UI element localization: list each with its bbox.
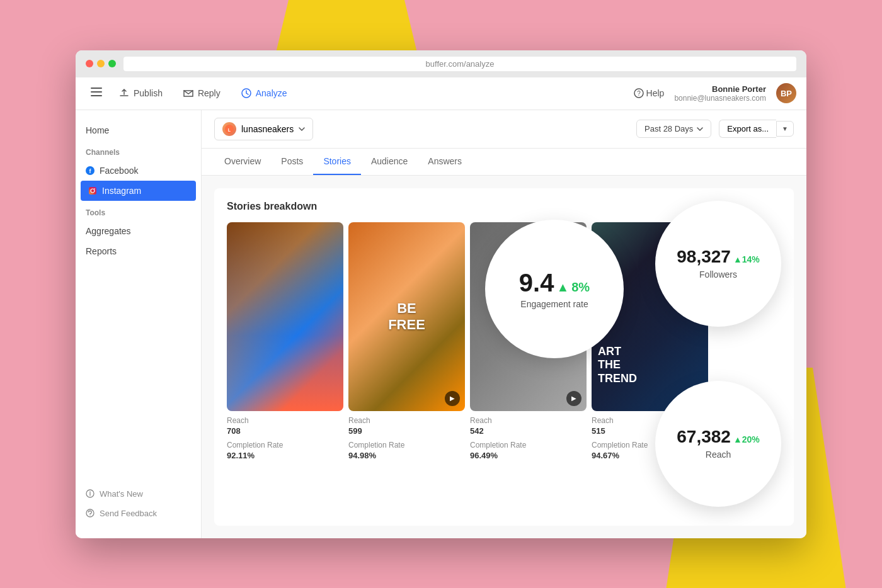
dropdown-chevron-icon: [299, 127, 305, 131]
followers-value: 98,327: [677, 247, 731, 267]
svg-rect-8: [89, 187, 96, 195]
reach-circle: 67,382 ▲20% Reach: [655, 381, 781, 507]
traffic-lights: [86, 60, 116, 67]
story-1-completion-label: Completion Rate: [227, 441, 343, 449]
analyze-nav-button[interactable]: Analyze: [232, 82, 296, 104]
sidebar-item-reports[interactable]: Reports: [76, 241, 201, 261]
date-range-label: Past 28 Days: [644, 124, 693, 133]
reply-nav-button[interactable]: Reply: [174, 82, 229, 104]
story-2-reach-value: 599: [348, 426, 465, 436]
url-bar[interactable]: buffer.com/analyze: [123, 57, 796, 71]
sidebar-bottom: What's New Send Feedback: [76, 479, 201, 528]
tools-section-label: Tools: [76, 201, 201, 221]
send-feedback-button[interactable]: Send Feedback: [76, 504, 201, 523]
aggregates-label: Aggregates: [86, 226, 131, 236]
user-info: Bonnie Porter bonnie@lunasneakers.com: [674, 84, 766, 103]
svg-point-12: [90, 515, 91, 516]
help-label: Help: [646, 88, 665, 98]
followers-circle: 98,327 ▲14% Followers: [655, 201, 781, 327]
reach-value: 67,382: [677, 427, 731, 447]
whats-new-icon: [86, 489, 94, 498]
export-dropdown-button[interactable]: ▼: [776, 121, 794, 137]
reply-label: Reply: [198, 88, 220, 98]
engagement-change: 8%: [571, 280, 590, 295]
tab-posts[interactable]: Posts: [271, 149, 313, 175]
be-free-text: BE FREE: [377, 300, 436, 333]
story-1-reach-label: Reach: [227, 416, 343, 425]
tab-answers[interactable]: Answers: [418, 149, 472, 175]
sidebar-item-instagram[interactable]: Instagram: [81, 181, 196, 201]
analyze-label: Analyze: [256, 88, 287, 98]
account-selector[interactable]: L lunasneakers: [214, 118, 313, 140]
user-name: Bonnie Porter: [674, 84, 766, 94]
home-label: Home: [86, 125, 109, 135]
instagram-label: Instagram: [102, 186, 141, 196]
date-dropdown-icon: [697, 127, 703, 131]
story-2-completion-value: 94.98%: [348, 451, 465, 460]
svg-rect-0: [91, 88, 102, 89]
sidebar: Home Channels f Facebook: [76, 110, 202, 538]
svg-text:?: ?: [637, 90, 641, 97]
followers-change: ▲14%: [733, 254, 760, 264]
sidebar-item-facebook[interactable]: f Facebook: [76, 161, 201, 181]
export-button[interactable]: Export as...: [719, 120, 776, 138]
svg-point-10: [94, 188, 95, 189]
video-icon-2: ▶: [445, 391, 460, 406]
facebook-icon: f: [86, 166, 94, 175]
main-layout: Home Channels f Facebook: [76, 110, 806, 538]
analyze-icon: [241, 88, 252, 99]
facebook-label: Facebook: [100, 166, 138, 176]
story-1-completion-value: 92.11%: [227, 451, 343, 460]
send-feedback-label: Send Feedback: [100, 509, 157, 518]
browser-chrome: buffer.com/analyze: [76, 50, 806, 77]
tab-overview[interactable]: Overview: [214, 149, 271, 175]
url-base: buffer.com: [426, 59, 464, 69]
account-icon: L: [222, 122, 236, 136]
whats-new-button[interactable]: What's New: [76, 484, 201, 504]
svg-rect-2: [91, 95, 102, 96]
story-3-completion-value: 96.49%: [470, 451, 587, 460]
engagement-rate-circle: 9.4 ▲ 8% Engagement rate: [485, 220, 624, 358]
tab-audience[interactable]: Audience: [361, 149, 418, 175]
stories-card: Stories breakdown Reach 708 Completion R…: [214, 188, 794, 526]
svg-point-11: [86, 509, 94, 517]
publish-label: Publish: [134, 88, 163, 98]
minimize-button[interactable]: [97, 60, 105, 67]
story-3-completion-label: Completion Rate: [470, 441, 587, 449]
close-button[interactable]: [86, 60, 93, 67]
hamburger-menu-icon[interactable]: [86, 82, 107, 104]
followers-label: Followers: [699, 269, 737, 280]
reach-change: ▲20%: [733, 434, 760, 444]
channels-section-label: Channels: [76, 140, 201, 161]
reply-icon: [183, 88, 194, 99]
date-range-selector[interactable]: Past 28 Days: [636, 120, 711, 138]
svg-text:L: L: [228, 127, 231, 132]
story-image-2[interactable]: BE FREE ▶: [348, 222, 465, 411]
engagement-change-icon: ▲: [556, 280, 569, 295]
nav-right: ? Help Bonnie Porter bonnie@lunasneakers…: [634, 83, 796, 103]
engagement-value: 9.4: [519, 269, 554, 297]
sidebar-item-aggregates[interactable]: Aggregates: [76, 221, 201, 241]
tab-stories[interactable]: Stories: [313, 149, 361, 175]
story-2-completion-label: Completion Rate: [348, 441, 465, 449]
avatar: BP: [776, 83, 796, 103]
help-button[interactable]: ? Help: [634, 88, 665, 98]
story-card-1: Reach 708 Completion Rate 92.11%: [227, 222, 343, 465]
story-card-2: BE FREE ▶ Reach 599 Completion Rate 94.9…: [348, 222, 465, 465]
reports-label: Reports: [86, 246, 117, 256]
maximize-button[interactable]: [108, 60, 116, 67]
tab-navigation: Overview Posts Stories Audience Answers: [202, 149, 806, 176]
publish-nav-button[interactable]: Publish: [110, 82, 171, 104]
feedback-icon: [86, 509, 94, 517]
story-image-1[interactable]: [227, 222, 343, 411]
user-email: bonnie@lunasneakers.com: [674, 94, 766, 103]
whats-new-label: What's New: [100, 489, 143, 499]
engagement-label: Engagement rate: [520, 299, 588, 309]
sidebar-item-home[interactable]: Home: [76, 120, 201, 140]
instagram-icon: [88, 186, 97, 195]
browser-window: buffer.com/analyze Publish: [76, 50, 806, 538]
content-body: Stories breakdown Reach 708 Completion R…: [202, 176, 806, 538]
trend-text: ARTTHETREND: [598, 345, 637, 386]
content-area: L lunasneakers Past 28 Days: [202, 110, 806, 538]
video-icon-3: ▶: [566, 391, 581, 406]
